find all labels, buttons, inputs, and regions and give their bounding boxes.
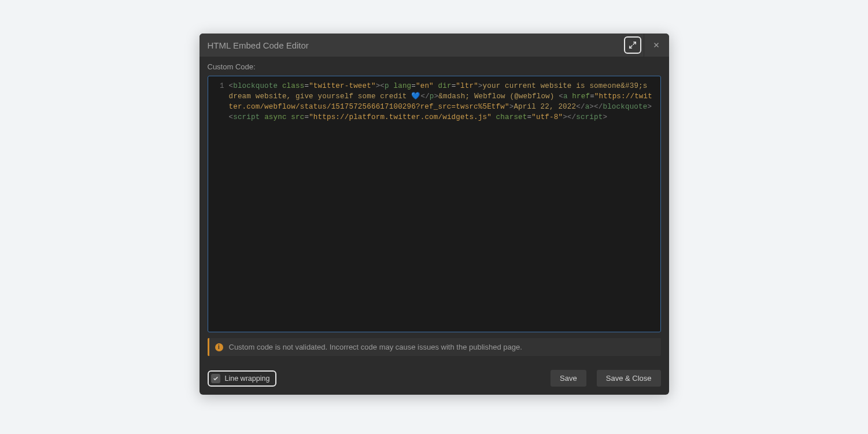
html-embed-modal: HTML Embed Code Editor Custom Code: 1 <b…	[200, 34, 669, 395]
modal-title: HTML Embed Code Editor	[208, 40, 624, 50]
code-editor[interactable]: 1 <blockquote class="twitter-tweet"><p l…	[208, 76, 661, 332]
warning-icon: i	[215, 343, 223, 351]
modal-header: HTML Embed Code Editor	[200, 34, 669, 57]
check-icon	[213, 376, 219, 381]
line-wrapping-checkbox[interactable]: Line wrapping	[208, 370, 277, 387]
custom-code-label: Custom Code:	[208, 62, 661, 71]
code-textarea[interactable]: <blockquote class="twitter-tweet"><p lan…	[228, 76, 660, 332]
modal-footer: Line wrapping Save Save & Close	[200, 364, 669, 395]
checkbox-label: Line wrapping	[225, 374, 270, 383]
save-close-button[interactable]: Save & Close	[597, 370, 661, 387]
line-gutter: 1	[208, 76, 228, 332]
modal-body: Custom Code: 1 <blockquote class="twitte…	[200, 57, 669, 364]
close-icon	[652, 41, 660, 49]
expand-button[interactable]	[624, 36, 641, 54]
save-button[interactable]: Save	[551, 370, 586, 387]
checkbox-box	[211, 374, 220, 383]
validation-warning: i Custom code is not validated. Incorrec…	[208, 338, 661, 356]
expand-icon	[629, 41, 637, 49]
warning-text: Custom code is not validated. Incorrect …	[229, 343, 522, 351]
close-button[interactable]	[644, 34, 669, 57]
line-number: 1	[208, 81, 224, 91]
